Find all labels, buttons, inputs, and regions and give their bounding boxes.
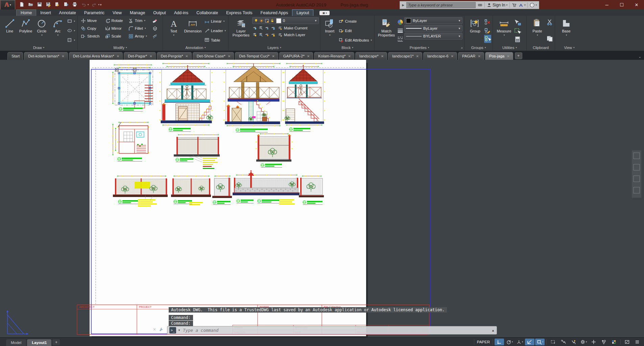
ribbon-tab-featured-apps[interactable]: Featured Apps (257, 10, 292, 16)
stretch-button[interactable]: Stretch (80, 33, 103, 40)
object-snap-icon[interactable]: ▾ (535, 339, 545, 345)
command-expand-icon[interactable]: ▲ (492, 329, 495, 332)
layer-properties-button[interactable]: Layer Properties (231, 17, 252, 44)
maximize-button[interactable]: ☐ (614, 0, 629, 9)
group-button[interactable]: Group (467, 17, 483, 44)
file-tab-close-icon[interactable]: ✕ (348, 54, 351, 58)
table-button[interactable]: Table (204, 37, 227, 43)
file-tab-close-icon[interactable]: ✕ (62, 54, 64, 58)
close-button[interactable]: ✕ (629, 0, 644, 9)
save-to-web-button[interactable] (63, 1, 69, 8)
redo-dropdown-icon[interactable]: ▾ (98, 3, 100, 6)
command-customize-wrench-icon[interactable] (159, 327, 164, 332)
qat-customize-icon[interactable]: ▾ (100, 3, 102, 6)
ribbon-tab-view[interactable]: View (109, 10, 126, 16)
match-properties-button[interactable]: Match Properties (377, 17, 396, 44)
file-tab-landscape-6[interactable]: landscape-6✕ (423, 52, 457, 60)
paste-button[interactable]: Paste▾ (529, 17, 546, 44)
panel-title-block[interactable]: Block▾ (320, 44, 374, 51)
open-file-button[interactable] (27, 1, 34, 8)
file-tab-close-icon[interactable]: ✕ (416, 54, 419, 58)
layer-off-icon[interactable] (252, 25, 257, 30)
lineweight-icon[interactable] (397, 27, 404, 34)
ribbon-tab-insert[interactable]: Insert (36, 10, 55, 16)
infocenter-collapse-icon[interactable]: ▶ (402, 3, 404, 7)
command-history-dropdown-icon[interactable]: ▼ (178, 329, 181, 332)
navigation-bar[interactable] (632, 150, 641, 198)
base-view-button[interactable]: Base▾ (557, 17, 575, 44)
panel-title-layers[interactable]: Layers▾ (229, 44, 320, 51)
sign-in-button[interactable]: Sign In ▾ (487, 3, 507, 7)
file-tab-close-icon[interactable]: ✕ (478, 54, 480, 58)
file-tab-det-show-case[interactable]: Det-Show Case*✕ (193, 52, 234, 60)
group-edit-button[interactable] (484, 27, 491, 35)
application-menu-button[interactable]: A ▾ (0, 0, 15, 10)
file-tab-start[interactable]: Start (7, 52, 23, 60)
file-tab-det-tempat-cuci[interactable]: Det-Tempat Cuci*✕ (235, 52, 278, 60)
save-button[interactable] (36, 1, 43, 8)
layout1-tab[interactable]: Layout1 (27, 339, 51, 346)
polyline-button[interactable]: Polyline (18, 17, 33, 44)
file-tab-close-icon[interactable]: ✕ (451, 54, 454, 58)
ribbon-tab-layout[interactable]: Layout (292, 9, 314, 16)
paper-space-toggle[interactable]: PAPER (474, 339, 493, 345)
plot-button[interactable] (71, 1, 78, 8)
workspace-switching-icon[interactable]: ▾ (579, 339, 588, 345)
move-button[interactable]: Move (80, 17, 103, 24)
hatch-button[interactable]: ▾ (66, 37, 76, 43)
line-button[interactable]: Line (2, 17, 17, 44)
ribbon-tab-express-tools[interactable]: Express Tools (222, 10, 257, 16)
make-current-button[interactable]: Make Current (277, 25, 309, 31)
minimize-button[interactable]: ─ (599, 0, 614, 9)
file-tab-kolam-renang[interactable]: Kolam-Renang*✕ (314, 52, 354, 60)
linetype-combo[interactable]: BYLAYER▼ (404, 33, 462, 40)
ellipse-button[interactable]: ▾ (66, 28, 76, 33)
save-as-button[interactable] (45, 1, 52, 8)
model-tab[interactable]: Model (6, 339, 26, 346)
file-tab-close-icon[interactable]: ✕ (507, 54, 509, 58)
file-tab-overflow-icon[interactable]: ⌄ (639, 55, 641, 58)
ribbon-tab-home[interactable]: Home (16, 9, 36, 16)
command-input[interactable] (182, 327, 490, 333)
properties-expand-icon[interactable]: » (461, 46, 463, 50)
ribbon-display-toggle-icon[interactable]: ▣▾ (319, 11, 330, 15)
group-selection-toggle[interactable] (484, 35, 491, 43)
layer-unisolate-icon[interactable] (258, 32, 263, 37)
ungroup-button[interactable] (484, 18, 491, 26)
ribbon-tab-annotate[interactable]: Annotate (55, 10, 80, 16)
file-tab-close-icon[interactable]: ✕ (149, 54, 152, 58)
trim-button[interactable]: Trim▾ (127, 17, 151, 24)
ribbon-tab-add-ins[interactable]: Add-ins (170, 10, 192, 16)
file-tab-landscape[interactable]: landscape*✕ (355, 52, 387, 60)
file-tab-close-icon[interactable]: ✕ (272, 54, 275, 58)
linear-dimension-button[interactable]: Linear▾ (204, 18, 227, 24)
file-tab-pos-jaga[interactable]: Pos-jaga✕ (485, 52, 513, 60)
ribbon-tab-parametric[interactable]: Parametric (80, 10, 109, 16)
redo-button[interactable] (91, 1, 98, 8)
layer-thaw-icon[interactable] (264, 32, 269, 37)
quick-select-button[interactable] (514, 18, 521, 27)
file-tab-pagar[interactable]: PAGAR✕ (458, 52, 484, 60)
leader-button[interactable]: Leader▾ (204, 28, 227, 33)
app-store-cart-icon[interactable] (512, 3, 517, 7)
explode-button[interactable] (151, 25, 161, 32)
match-layer-button[interactable]: Match Layer (277, 32, 306, 38)
dimension-button[interactable]: Dimension (183, 17, 203, 44)
layer-unlock-icon[interactable] (270, 32, 276, 37)
panel-title-draw[interactable]: Draw▾ (0, 44, 77, 51)
text-button[interactable]: AText▾ (165, 17, 182, 44)
object-snap-tracking-icon[interactable] (525, 339, 534, 345)
ribbon-tab-output[interactable]: Output (149, 10, 170, 16)
panel-title-clipboard[interactable]: Clipboard (527, 44, 555, 51)
help-icon[interactable]: ?▾ (530, 3, 537, 7)
arc-button[interactable]: Arc▾ (50, 17, 65, 44)
layer-select-combo[interactable]: 0 ▼ (252, 17, 319, 24)
mirror-button[interactable]: Mirror (104, 25, 127, 32)
scale-button[interactable]: Scale (104, 33, 127, 40)
file-tab-landscape1[interactable]: landscape1*✕ (388, 52, 422, 60)
snap-mode-icon[interactable] (495, 339, 504, 345)
file-tab-close-icon[interactable]: ✕ (228, 54, 231, 58)
insert-block-button[interactable]: Insert▾ (323, 17, 337, 44)
circle-button[interactable]: Circle▾ (34, 17, 49, 44)
new-layout-button[interactable]: + (52, 339, 60, 345)
